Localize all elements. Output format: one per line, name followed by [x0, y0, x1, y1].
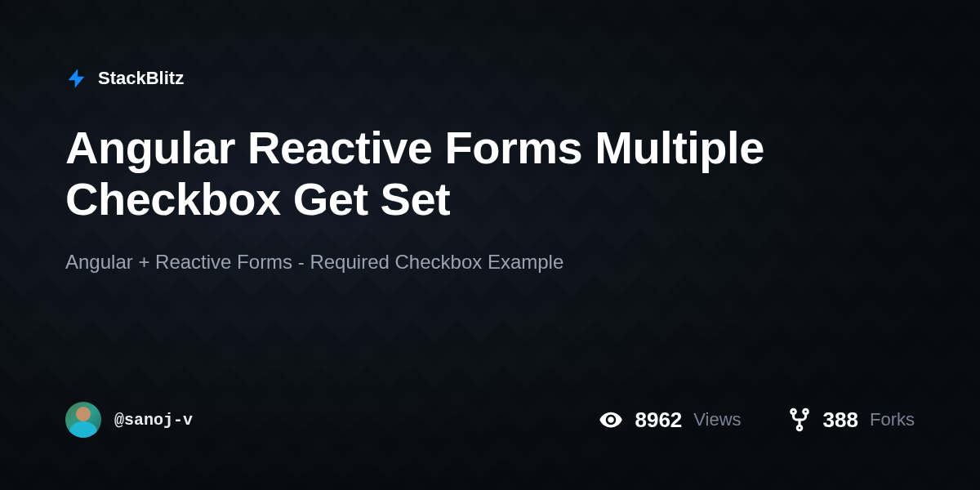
views-stat: 8962 Views — [599, 408, 741, 433]
avatar — [65, 402, 101, 438]
forks-stat: 388 Forks — [787, 408, 915, 433]
brand-name: StackBlitz — [98, 68, 184, 89]
fork-icon — [787, 408, 812, 432]
project-description: Angular + Reactive Forms - Required Chec… — [65, 251, 915, 274]
author-link[interactable]: @sanoj-v — [65, 402, 193, 438]
stats-group: 8962 Views 388 Forks — [599, 408, 915, 433]
views-count: 8962 — [635, 408, 682, 433]
project-title: Angular Reactive Forms Multiple Checkbox… — [65, 122, 866, 225]
author-username: @sanoj-v — [114, 411, 193, 430]
bolt-icon — [65, 67, 88, 90]
views-label: Views — [693, 409, 741, 430]
forks-count: 388 — [823, 408, 858, 433]
brand-logo[interactable]: StackBlitz — [65, 67, 915, 90]
footer-bar: @sanoj-v 8962 Views 388 Forks — [65, 402, 915, 438]
forks-label: Forks — [870, 409, 915, 430]
eye-icon — [599, 408, 623, 432]
